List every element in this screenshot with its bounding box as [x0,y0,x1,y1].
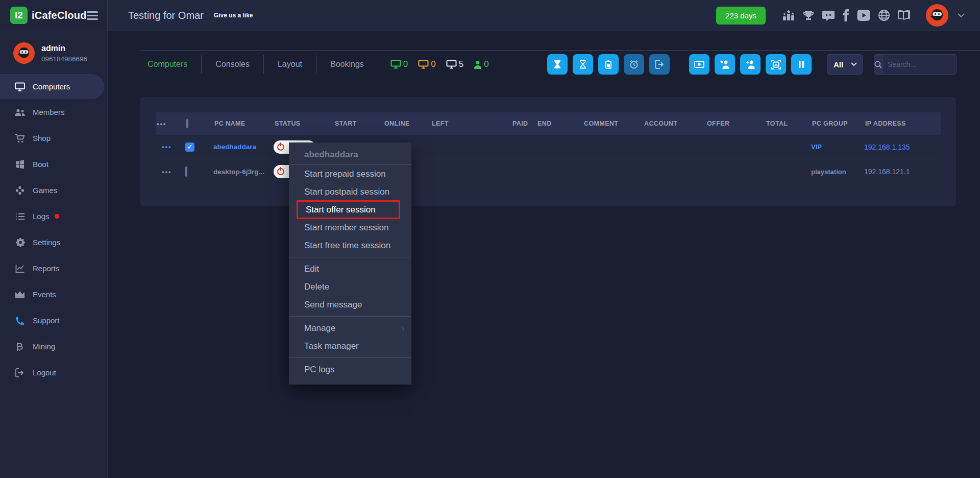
select-all-checkbox[interactable] [186,119,188,128]
logo-section: i2 iCafeCloud [0,0,108,31]
menu-item-start-free-time-session[interactable]: Start free time session [289,236,411,254]
filter-value: All [834,60,843,69]
user-phone: 096184986696 [41,55,87,63]
menu-item-task-manager[interactable]: Task manager [289,337,411,355]
col-ip-address[interactable]: IP ADDRESS [864,120,941,127]
menu-item-edit[interactable]: Edit [289,260,411,278]
col-account[interactable]: ACCOUNT [643,120,706,127]
alarm-button [624,54,644,75]
crown-icon [14,291,26,298]
trophy-icon[interactable] [802,9,815,21]
col-left[interactable]: LEFT [431,120,511,127]
row-menu-button[interactable]: ••• [156,143,185,151]
youtube-icon[interactable] [856,10,871,21]
menu-item-delete[interactable]: Delete [289,278,411,296]
row-menu-button[interactable]: ••• [156,168,185,176]
user-name: admin [41,44,87,53]
row-checkbox[interactable]: ✓ [185,142,194,152]
ip-address-value: 192.168.1.135 [864,143,941,151]
col-offer[interactable]: OFFER [706,120,765,127]
sidebar-item-reports[interactable]: Reports [0,255,107,281]
add-member-button[interactable] [740,54,761,75]
sidebar-item-logs[interactable]: Logs [0,203,107,229]
col-status[interactable]: STATUS [274,120,334,127]
sidebar-item-mining[interactable]: Mining [0,333,107,360]
give-us-a-like-link[interactable]: Give us a like [214,12,253,19]
row-actions-header: ••• [156,120,185,128]
menu-item-pc-logs[interactable]: PC logs [289,361,411,378]
license-days-button[interactable]: 223 days [716,7,766,25]
group-filter-select[interactable]: All [827,54,863,75]
globe-icon[interactable] [878,9,890,21]
sidebar-user[interactable]: admin 096184986696 [0,31,107,64]
search-icon [874,55,883,74]
facebook-icon[interactable] [842,9,849,21]
tab-layout[interactable]: Layout [264,55,316,74]
gamepad-icon [14,186,26,195]
menu-item-label: Manage [304,323,335,333]
sidebar-item-label: Computers [33,82,70,91]
table-row[interactable]: ••• ✓ abedhaddara VIP 192.168.1.135 [156,135,941,159]
leaderboard-icon[interactable] [782,9,795,21]
sidebar-item-computers[interactable]: Computers [0,74,104,99]
status-counters: 0 0 5 0 [390,59,489,69]
menu-item-start-member-session[interactable]: Start member session [289,219,411,236]
sidebar-item-members[interactable]: Members [0,99,107,125]
col-online[interactable]: ONLINE [383,120,431,127]
col-total[interactable]: TOTAL [765,120,811,127]
pc-name-link[interactable]: abedhaddara [213,143,274,151]
sidebar-item-label: Settings [33,238,60,247]
hourglass-filled-button[interactable] [547,54,568,75]
row-checkbox[interactable] [185,166,187,177]
search-input[interactable] [883,55,957,74]
cash-button[interactable] [689,54,709,75]
gear-icon [14,237,26,247]
sidebar-item-settings[interactable]: Settings [0,229,107,255]
tab-consoles[interactable]: Consoles [202,55,264,74]
menu-item-send-message[interactable]: Send message [289,296,411,314]
battery-button[interactable] [598,54,619,75]
pause-button[interactable] [791,54,812,75]
list-icon [14,212,26,221]
menu-item-start-prepaid-session[interactable]: Start prepaid session [289,165,411,183]
menu-item-start-postpaid-session[interactable]: Start postpaid session [289,183,411,201]
sidebar-item-games[interactable]: Games [0,177,107,203]
table-row[interactable]: ••• desktop-6j3rg... playstation 192.168… [156,159,941,184]
menu-item-manage[interactable]: Manage › [289,319,411,337]
counter-busy-pcs: 0 [418,59,435,69]
manual-book-icon[interactable] [897,10,911,21]
sidebar-nav: Computers Members Shop Boot Games Logs S… [0,74,107,386]
sidebar-item-logout[interactable]: Logout [0,360,107,386]
col-comment[interactable]: COMMENT [583,120,643,127]
screenshot-button[interactable] [766,54,786,75]
discord-icon[interactable] [822,9,835,21]
table-header: ••• PC NAME STATUS START ONLINE LEFT PAI… [156,112,941,135]
logs-alert-dot [55,214,59,219]
counter-members: 0 [474,59,488,69]
chevron-down-icon[interactable] [958,13,965,18]
windows-icon [14,160,26,169]
col-pc-name[interactable]: PC NAME [213,120,274,127]
sidebar-item-support[interactable]: Support [0,307,107,333]
sidebar-item-boot[interactable]: Boot [0,151,107,177]
tab-bookings[interactable]: Bookings [316,55,378,74]
col-paid[interactable]: PAID [511,120,536,127]
hamburger-menu-icon[interactable] [87,9,98,22]
pc-group-value[interactable]: VIP [811,143,864,151]
col-start[interactable]: START [334,120,383,127]
hourglass-outline-button[interactable] [573,54,593,75]
monitor-icon [446,60,457,69]
col-pc-group[interactable]: PC GROUP [811,120,864,127]
col-end[interactable]: END [536,120,583,127]
sidebar: admin 096184986696 Computers Members Sho… [0,31,108,478]
user-avatar[interactable] [926,4,948,27]
pc-name[interactable]: desktop-6j3rg... [213,168,274,176]
menu-item-start-offer-session[interactable]: Start offer session [297,200,400,219]
sidebar-item-shop[interactable]: Shop [0,125,107,151]
sidebar-item-label: Mining [33,342,55,351]
topbar: i2 iCafeCloud Testing for Omar Give us a… [0,0,980,31]
add-member-star-button[interactable] [715,54,735,75]
context-menu-title: abedhaddara [289,142,411,165]
tab-computers[interactable]: Computers [140,55,202,74]
sidebar-item-events[interactable]: Events [0,281,107,307]
